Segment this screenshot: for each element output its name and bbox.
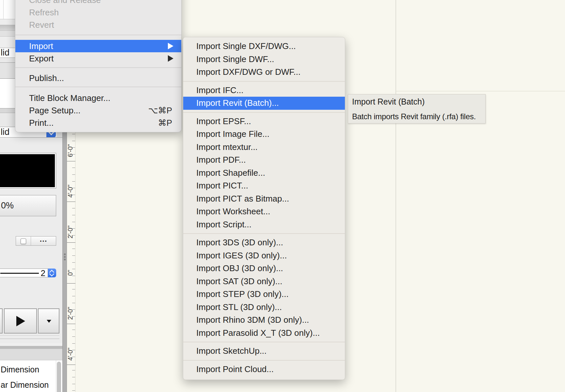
menu-separator (183, 81, 345, 82)
toolbar-divider (3, 0, 4, 19)
scrollbar-track (56, 360, 56, 392)
submenu-item-import-stl[interactable]: Import STL (3D only)... (183, 301, 345, 314)
submenu-item-import-pict-as-bitmap[interactable]: Import PICT as Bitmap... (183, 192, 345, 205)
ruler-label: 4'-0" (66, 344, 74, 364)
triangle-down-icon (47, 320, 51, 323)
submenu-item-import-script[interactable]: Import Script... (183, 218, 345, 231)
submenu-item-import-rhino-3dm[interactable]: Import Rhino 3DM (3D only)... (183, 314, 345, 327)
ruler-minor-tick (72, 181, 75, 182)
file-menu: Close and Release Refresh Revert Import … (15, 0, 182, 132)
ruler-major-tick (67, 324, 75, 324)
ruler-label: 6'-0" (66, 141, 74, 160)
ruler-minor-tick (72, 343, 75, 344)
ruler-minor-tick (72, 289, 75, 289)
ruler-minor-tick (72, 357, 75, 357)
play-button[interactable] (4, 308, 37, 334)
ruler-minor-tick (72, 249, 75, 249)
ruler-minor-tick (72, 255, 75, 256)
ruler-minor-tick (72, 262, 75, 263)
menu-item-label: Export (29, 54, 54, 63)
menu-separator (15, 35, 181, 35)
submenu-item-import-epsf[interactable]: Import EPSF... (183, 115, 345, 128)
submenu-item-import-iges[interactable]: Import IGES (3D only)... (183, 249, 345, 262)
menu-item-publish[interactable]: Publish... (15, 72, 181, 84)
ruler-major-tick (67, 283, 75, 284)
opacity-field[interactable]: 0% (0, 195, 56, 216)
ruler-minor-tick (72, 377, 75, 377)
toolbar-button-fragment[interactable] (0, 308, 3, 334)
ruler-minor-tick (72, 215, 75, 215)
submenu-item-import-worksheet[interactable]: Import Worksheet... (183, 205, 345, 218)
ruler-minor-tick (72, 188, 75, 188)
divider (0, 338, 59, 339)
ruler-label: 4'-0" (66, 181, 74, 201)
attribute-segmented-control: ... (16, 236, 56, 246)
submenu-item-import-dxf-dwg-or-dwf[interactable]: Import DXF/DWG or DWF... (183, 66, 345, 79)
ruler-major-tick (67, 365, 75, 365)
ruler-minor-tick (72, 296, 75, 296)
play-options-button[interactable] (38, 308, 59, 334)
ruler-minor-tick (72, 141, 75, 141)
ruler-minor-tick (72, 147, 75, 148)
submenu-item-import-step[interactable]: Import STEP (3D only)... (183, 288, 345, 301)
page-boundary-horizontal-line (396, 91, 565, 91)
menu-separator (183, 342, 345, 342)
menu-item-label: Import (29, 41, 53, 51)
list-item[interactable]: Dimension (1, 365, 56, 374)
play-icon (16, 316, 25, 326)
line-weight-stepper[interactable] (48, 269, 56, 277)
submenu-item-import-3ds[interactable]: Import 3DS (3D only)... (183, 236, 345, 249)
ruler-minor-tick (72, 384, 75, 384)
submenu-item-import-point-cloud[interactable]: Import Point Cloud... (183, 363, 345, 376)
submenu-item-import-mtextur[interactable]: Import mtextur... (183, 141, 345, 154)
ruler-minor-tick (72, 316, 75, 317)
submenu-item-import-pdf[interactable]: Import PDF... (183, 154, 345, 167)
menu-item-label: Print... (29, 118, 54, 128)
import-submenu: Import Single DXF/DWG... Import Single D… (183, 37, 345, 380)
divider (0, 137, 62, 138)
submenu-item-import-pict[interactable]: Import PICT... (183, 179, 345, 192)
ruler-minor-tick (72, 235, 75, 236)
ruler-minor-tick (72, 330, 75, 330)
submenu-item-import-revit-batch[interactable]: Import Revit (Batch)... (183, 97, 345, 110)
submenu-item-import-sat[interactable]: Import SAT (3D only)... (183, 275, 345, 288)
submenu-item-import-single-dxf-dwg[interactable]: Import Single DXF/DWG... (183, 40, 345, 53)
submenu-item-import-ifc[interactable]: Import IFC... (183, 84, 345, 97)
tool-list: Dimension ar Dimension (0, 360, 62, 392)
menu-shortcut: ⌘P (158, 117, 172, 129)
submenu-arrow-icon (168, 55, 173, 62)
color-swatch[interactable] (0, 153, 56, 188)
swatch-option-button[interactable] (16, 237, 31, 245)
submenu-item-import-parasolid-xt[interactable]: Import Parasolid X_T (3D only)... (183, 327, 345, 340)
more-options-button[interactable]: ... (31, 237, 56, 245)
ruler-major-tick (67, 161, 75, 161)
line-weight-value: 2 (41, 269, 45, 277)
ruler-minor-tick (72, 208, 75, 208)
menu-item-print[interactable]: Print... ⌘P (15, 117, 181, 129)
menu-item-import[interactable]: Import (15, 40, 181, 52)
line-weight-field[interactable]: 2 (0, 269, 48, 277)
menu-shortcut: ⌥⌘P (148, 104, 172, 117)
submenu-arrow-icon (168, 43, 173, 49)
divider (0, 335, 59, 336)
ruler-minor-tick (72, 228, 75, 229)
submenu-item-import-obj[interactable]: Import OBJ (3D only)... (183, 262, 345, 275)
submenu-item-import-shapefile[interactable]: Import Shapefile... (183, 167, 345, 180)
scrollbar-thumb[interactable] (57, 362, 61, 392)
submenu-item-import-single-dwf[interactable]: Import Single DWF... (183, 53, 345, 66)
ruler-minor-tick (72, 336, 75, 337)
grip-dot-icon (64, 259, 66, 260)
list-item[interactable]: ar Dimension (1, 380, 56, 389)
ruler-minor-tick (72, 269, 75, 269)
menu-item-page-setup[interactable]: Page Setup... ⌥⌘P (15, 104, 181, 117)
menu-item-refresh: Refresh (15, 6, 181, 19)
menu-item-export[interactable]: Export (15, 52, 181, 65)
submenu-item-import-image-file[interactable]: Import Image File... (183, 128, 345, 141)
ruler-minor-tick (72, 309, 75, 310)
ruler-major-tick (67, 202, 75, 202)
ruler-minor-tick (72, 195, 75, 195)
swatch-chip-icon (21, 238, 26, 244)
ruler-minor-tick (72, 370, 75, 370)
menu-item-title-block-manager[interactable]: Title Block Manager... (15, 92, 181, 104)
submenu-item-import-sketchup[interactable]: Import SketchUp... (183, 345, 345, 358)
